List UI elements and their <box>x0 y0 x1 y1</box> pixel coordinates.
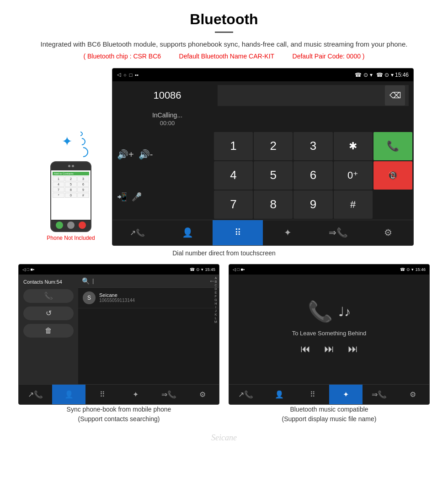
key-8[interactable]: 8 <box>254 190 293 219</box>
call-status-icon: ☎ <box>355 72 362 78</box>
small-end-button[interactable] <box>79 222 86 229</box>
nav-settings[interactable]: ⚙ <box>363 220 413 245</box>
add-contacts-label: Add to Contacts <box>53 172 89 175</box>
key-5[interactable]: 5 <box>254 161 293 190</box>
nav-phone-out[interactable]: ↗📞 <box>112 220 163 245</box>
contact-details: Seicane 10655059113144 <box>99 292 135 303</box>
next-track-button[interactable]: ⏭ <box>348 343 358 355</box>
end-call-button[interactable]: 📵 <box>373 161 412 190</box>
music-nav-phone[interactable]: ↗📞 <box>229 385 262 404</box>
key-9[interactable]: 9 <box>293 190 332 219</box>
dial-input-area[interactable]: ⌫ <box>218 85 409 106</box>
contacts-nav-contacts[interactable]: 👤 <box>52 385 85 404</box>
music-status-right: ☎ ⊙ ▾ 15:46 <box>400 267 426 272</box>
contacts-nav-bt[interactable]: ✦ <box>119 385 152 404</box>
contacts-sync-btn[interactable]: ↺ <box>23 307 74 320</box>
key-hash[interactable]: # <box>334 190 373 219</box>
bt-name: Default Bluetooth Name CAR-KIT <box>179 53 275 60</box>
music-nav-transfer[interactable]: ⇒📞 <box>363 385 396 404</box>
volume-down-icon[interactable]: 🔊- <box>139 149 153 160</box>
contacts-call-btn[interactable]: 📞 <box>23 289 74 303</box>
contacts-delete-btn[interactable]: 🗑 <box>23 324 74 338</box>
contacts-bottom-nav: ↗📞 👤 ⠿ ✦ ⇒📞 ⚙ <box>19 384 219 404</box>
phone-not-included-label: Phone Not Included <box>47 235 95 241</box>
phone-camera-icon <box>68 165 70 167</box>
alphabet-bar: AB CD EF GH IJ KL M <box>213 275 219 384</box>
backspace-button[interactable]: ⌫ <box>385 85 405 106</box>
keypad-left-controls: 🔊+ 🔊- 📲 🎤 <box>112 131 213 220</box>
nav-transfer[interactable]: ⇒📞 <box>313 220 363 245</box>
contact-number: 10655059113144 <box>99 298 135 303</box>
small-key[interactable]: 8 <box>65 187 77 192</box>
contact-item[interactable]: S Seicane 10655059113144 <box>78 288 219 308</box>
bt-chip: ( Bluetooth chip : CSR BC6 <box>83 53 161 60</box>
key-4[interactable]: 4 <box>214 161 253 190</box>
volume-up-icon[interactable]: 🔊+ <box>117 149 134 160</box>
key-3[interactable]: 3 <box>293 132 332 160</box>
page-description: Integrated with BC6 Bluetooth module, su… <box>9 39 439 50</box>
back-icon: ◁ <box>117 72 121 78</box>
music-track-name: To Leave Something Behind <box>292 330 367 337</box>
keypad-grid: 1 2 3 ✱ 📞 4 5 6 0⁺ 📵 7 8 9 # <box>213 131 413 220</box>
music-bottom-nav: ↗📞 👤 ⠿ ✦ ⇒📞 ⚙ <box>229 384 429 404</box>
small-key[interactable]: # <box>77 193 89 198</box>
contacts-nav-dialpad[interactable]: ⠿ <box>85 385 119 404</box>
small-call-button[interactable] <box>56 222 63 229</box>
contacts-nav-gear[interactable]: ⚙ <box>186 385 219 404</box>
microphone-icon[interactable]: 🎤 <box>132 192 142 202</box>
location-icon: ⊙ <box>363 72 368 78</box>
bt-pair: Default Pair Code: 0000 ) <box>293 53 365 60</box>
small-key[interactable]: 6 <box>77 182 89 187</box>
small-key[interactable]: 5 <box>65 182 77 187</box>
bluetooth-symbol-icon: ✦ <box>62 134 72 149</box>
watermark: Seicane <box>0 429 448 450</box>
music-icon-area: 📞 ♩♪ <box>308 300 351 323</box>
key-7[interactable]: 7 <box>214 190 253 219</box>
small-key[interactable]: 4 <box>53 182 64 187</box>
contacts-sidebar: Contacts Num:54 📞 ↺ 🗑 <box>19 275 78 384</box>
music-nav-bt[interactable]: ✦ <box>329 385 363 404</box>
phone-speaker-icon <box>72 165 74 167</box>
music-nav-dialpad[interactable]: ⠿ <box>296 385 329 404</box>
contact-name: Seicane <box>99 292 135 298</box>
small-key[interactable]: * <box>53 193 64 198</box>
key-6[interactable]: 6 <box>293 161 332 190</box>
music-caption: Bluetooth music compatible (Support disp… <box>229 405 430 424</box>
contacts-search-bar: 🔍 | ← <box>78 275 219 288</box>
status-bar-right: ☎ ⊙ ▾ ☎ ⊙ ▾ 15:46 <box>355 72 409 78</box>
play-pause-button[interactable]: ⏭ <box>324 343 334 355</box>
contacts-screen-wrap: ◁ □ ■▪ ☎ ⊙ ▾ 15:45 Contacts Num:54 📞 ↺ 🗑 <box>18 264 219 424</box>
key-2[interactable]: 2 <box>254 132 293 160</box>
contact-avatar: S <box>83 291 96 304</box>
small-key[interactable]: 3 <box>77 176 89 181</box>
search-icon: 🔍 <box>82 277 90 285</box>
contacts-status-right: ☎ ⊙ ▾ 15:45 <box>190 267 215 272</box>
nav-contacts[interactable]: 👤 <box>163 220 213 245</box>
contacts-nav-transfer[interactable]: ⇒📞 <box>152 385 186 404</box>
call-button[interactable]: 📞 <box>373 132 412 160</box>
key-1[interactable]: 1 <box>214 132 253 160</box>
music-status-bar: ◁ □ ■▪ ☎ ⊙ ▾ 15:46 <box>229 264 429 275</box>
dial-status-bar: ◁ ○ □ ▪▪ ☎ ⊙ ▾ ☎ ⊙ ▾ 15:46 <box>112 69 413 81</box>
call-info-left: InCalling... 00:00 <box>117 111 218 127</box>
small-key[interactable]: 1 <box>53 176 64 181</box>
prev-track-button[interactable]: ⏮ <box>300 343 310 355</box>
call-info-row: InCalling... 00:00 <box>112 110 413 131</box>
music-phone-icon: ☎ <box>400 267 405 272</box>
small-key[interactable]: 9 <box>77 187 89 192</box>
transfer-icon[interactable]: 📲 <box>117 192 127 202</box>
volume-controls: 🔊+ 🔊- <box>117 149 208 160</box>
contacts-body: Contacts Num:54 📞 ↺ 🗑 🔍 | ← S <box>19 275 219 384</box>
small-key[interactable]: 7 <box>53 187 64 192</box>
nav-dialpad[interactable]: ⠿ <box>213 220 263 245</box>
small-key[interactable]: 2 <box>65 176 77 181</box>
nav-bluetooth[interactable]: ✦ <box>263 220 313 245</box>
key-star[interactable]: ✱ <box>334 132 373 160</box>
small-home-button[interactable] <box>67 222 75 229</box>
music-nav-contacts[interactable]: 👤 <box>262 385 296 404</box>
contacts-status-bar: ◁ □ ■▪ ☎ ⊙ ▾ 15:45 <box>19 264 219 275</box>
contacts-nav-phone[interactable]: ↗📞 <box>19 385 52 404</box>
key-0plus[interactable]: 0⁺ <box>334 161 373 190</box>
small-key[interactable]: 0 <box>65 193 77 198</box>
music-nav-gear[interactable]: ⚙ <box>396 385 429 404</box>
